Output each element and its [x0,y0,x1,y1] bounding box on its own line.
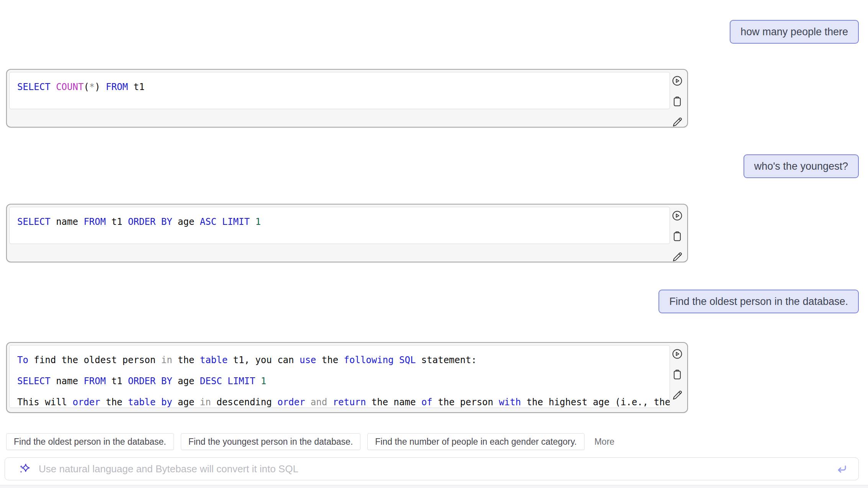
suggestion-chip[interactable]: Find the number of people in each gender… [367,433,584,450]
assistant-sql-card: To find the oldest person in the table t… [6,342,688,413]
more-suggestions-link[interactable]: More [594,437,614,447]
pencil-icon [671,251,684,263]
sql-card-actions [671,209,684,264]
sql-code-line: SELECT name FROM t1 ORDER BY age DESC LI… [17,370,662,391]
suggestion-chip[interactable]: Find the youngest person in the database… [181,433,361,450]
copy-sql-button[interactable] [671,95,684,108]
sql-card-actions [671,347,684,402]
copy-sql-button[interactable] [671,230,684,243]
user-message-bubble: Find the oldest person in the database. [658,290,859,313]
run-query-button[interactable] [671,74,684,87]
edit-sql-button[interactable] [671,389,684,402]
run-query-button[interactable] [671,209,684,222]
sql-code-line: This will order the table by age in desc… [17,391,662,408]
user-message-text: who's the youngest? [754,160,848,172]
sql-code-line: SELECT name FROM t1 ORDER BY age ASC LIM… [17,211,662,232]
suggestion-chip[interactable]: Find the oldest person in the database. [6,433,174,450]
copy-sql-button[interactable] [671,368,684,381]
assistant-sql-card: SELECT name FROM t1 ORDER BY age ASC LIM… [6,204,688,262]
play-circle-icon [671,210,684,221]
sparkle-icon [18,462,32,476]
clipboard-icon [671,369,684,380]
user-message-bubble: how many people there [730,20,859,44]
run-query-button[interactable] [671,347,684,360]
play-circle-icon [671,75,684,87]
sql-code-line: SELECT COUNT(*) FROM t1 [17,76,662,97]
clipboard-icon [671,231,684,242]
user-message-text: how many people there [740,26,848,38]
sql-code-line: To find the oldest person in the table t… [17,349,662,370]
sql-editor[interactable]: SELECT name FROM t1 ORDER BY age ASC LIM… [9,207,670,244]
edit-sql-button[interactable] [671,116,684,129]
user-message-bubble: who's the youngest? [744,154,859,178]
pencil-icon [671,116,684,128]
nl2sql-composer [5,457,859,480]
sql-editor[interactable]: SELECT COUNT(*) FROM t1 [9,72,670,109]
pencil-icon [671,390,684,401]
play-circle-icon [671,348,684,360]
assistant-sql-card: SELECT COUNT(*) FROM t1 [6,69,688,128]
clipboard-icon [671,96,684,107]
suggestion-row: Find the oldest person in the database. … [6,433,614,450]
sql-editor[interactable]: To find the oldest person in the table t… [9,345,670,408]
nl2sql-input[interactable] [38,463,835,475]
bottom-panel-edge [0,485,868,488]
user-message-text: Find the oldest person in the database. [669,296,848,308]
edit-sql-button[interactable] [671,251,684,264]
return-icon[interactable] [835,463,848,475]
sql-card-actions [671,74,684,129]
